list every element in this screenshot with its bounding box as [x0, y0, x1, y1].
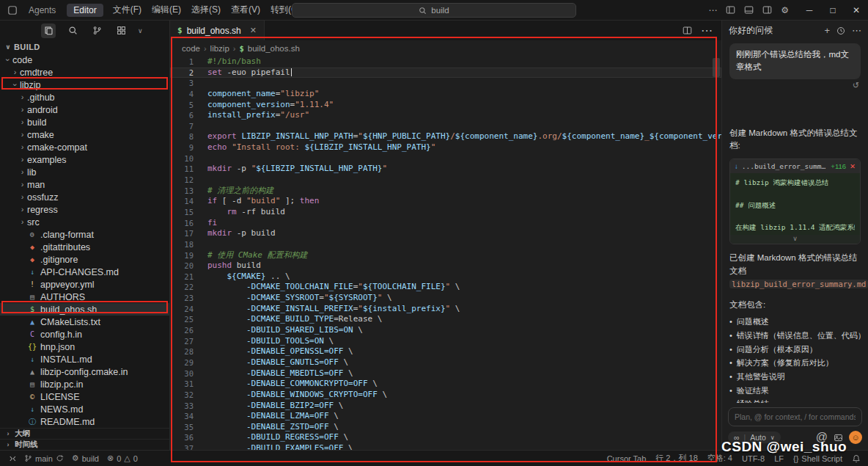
code-line-14[interactable]: 14if [ -d "build" ]; then	[170, 196, 721, 207]
new-chat-icon[interactable]: +	[824, 25, 830, 36]
cursor-tab-status[interactable]: Cursor Tab	[607, 454, 647, 463]
tree-item-android[interactable]: ›android	[0, 103, 169, 116]
code-line-21[interactable]: 21 ${CMAKE} .. \	[170, 272, 721, 283]
code-line-4[interactable]: 4component_name="libzip"	[170, 89, 721, 100]
eol-status[interactable]: LF	[774, 454, 784, 463]
tree-item-AUTHORS[interactable]: ▤AUTHORS	[0, 291, 169, 303]
explorer-files-icon[interactable]	[41, 23, 56, 38]
layout-panel-icon[interactable]	[744, 5, 754, 15]
code-line-26[interactable]: 26 -DBUILD_SHARED_LIBS=ON \	[170, 325, 721, 336]
code-line-24[interactable]: 24 -DCMAKE_INSTALL_PREFIX="${install_pre…	[170, 304, 721, 315]
code-line-28[interactable]: 28 -DENABLE_OPENSSL=OFF \	[170, 346, 721, 357]
encoding-status[interactable]: UTF-8	[742, 454, 765, 463]
tree-item-.github[interactable]: ›.github	[0, 91, 169, 103]
tree-item-man[interactable]: ›man	[0, 178, 169, 191]
tree-item-INSTALL.md[interactable]: ↓INSTALL.md	[0, 353, 169, 365]
user-avatar[interactable]: ☺	[849, 431, 862, 444]
tree-item-cmdtree[interactable]: ›cmdtree	[0, 66, 169, 79]
tree-item-lib[interactable]: ›lib	[0, 166, 169, 178]
code-line-27[interactable]: 27 -DBUILD_TOOLS=ON \	[170, 336, 721, 347]
problems-status[interactable]: ⊗ 0 △ 0	[107, 454, 138, 463]
tree-item-code[interactable]: ›code	[0, 54, 169, 66]
chat-input-field[interactable]	[735, 412, 856, 421]
result-filename-chip[interactable]: libzip_build_error_summary.md	[729, 280, 868, 288]
sidebar-section-大纲[interactable]: ›大纲	[0, 428, 169, 439]
layout-secondary-sidebar-icon[interactable]	[762, 5, 772, 15]
explorer-section-header[interactable]: ∨ BUILD	[0, 40, 169, 54]
file-card-close-icon[interactable]: ✕	[850, 162, 856, 170]
tree-item-.clang-format[interactable]: ⚙.clang-format	[0, 228, 169, 241]
tree-item-libzip-config.cmake.in[interactable]: ▲libzip-config.cmake.in	[0, 365, 169, 378]
tree-item-src[interactable]: ›src	[0, 216, 169, 228]
layout-sidebar-icon[interactable]	[726, 5, 735, 15]
breadcrumb-item-code[interactable]: code	[182, 44, 200, 53]
tree-item-API-CHANGES.md[interactable]: ↓API-CHANGES.md	[0, 266, 169, 278]
tree-item-config.h.in[interactable]: Cconfig.h.in	[0, 328, 169, 341]
file-card-expand-chevron-icon[interactable]: ∨	[730, 235, 860, 244]
code-line-36[interactable]: 36 -DBUILD_REGRESS=OFF \	[170, 432, 721, 443]
code-line-12[interactable]: 12	[170, 175, 721, 186]
history-clock-icon[interactable]	[836, 26, 845, 35]
code-line-34[interactable]: 34 -DENABLE_LZMA=OFF \	[170, 411, 721, 422]
window-minimize-button[interactable]: ─	[798, 0, 821, 21]
code-line-32[interactable]: 32 -DENABLE_WINDOWS_CRYPTO=OFF \	[170, 390, 721, 401]
tab-build-ohos-sh[interactable]: $ build_ohos.sh ✕	[170, 21, 265, 40]
editor-scrollbar[interactable]	[713, 58, 720, 77]
git-branch-status[interactable]: main	[24, 454, 64, 463]
tree-item-build[interactable]: ›build	[0, 116, 169, 128]
tree-item-.gitattributes[interactable]: ◆.gitattributes	[0, 241, 169, 253]
source-control-icon[interactable]	[89, 23, 104, 38]
split-editor-icon[interactable]	[683, 26, 692, 35]
code-line-33[interactable]: 33 -DENABLE_BZIP2=OFF \	[170, 401, 721, 412]
code-line-19[interactable]: 19# 使用 CMake 配置和构建	[170, 250, 721, 261]
code-line-25[interactable]: 25 -DCMAKE_BUILD_TYPE=Release \	[170, 314, 721, 325]
tree-item-libzip.pc.in[interactable]: ▤libzip.pc.in	[0, 378, 169, 390]
code-line-17[interactable]: 17mkdir -p build	[170, 228, 721, 239]
remote-indicator-icon[interactable]	[7, 454, 16, 463]
code-line-13[interactable]: 13# 清理之前的构建	[170, 186, 721, 197]
code-line-7[interactable]: 7	[170, 121, 721, 132]
tree-item-.gitignore[interactable]: ◆.gitignore	[0, 253, 169, 266]
menu-V[interactable]: 查看(V)	[226, 2, 265, 18]
code-line-5[interactable]: 5component_version="1.11.4"	[170, 100, 721, 111]
chat-more-icon[interactable]: ⋯	[852, 25, 861, 36]
build-task-button[interactable]: ⚙ build	[72, 454, 99, 463]
code-line-8[interactable]: 8export LIBZIP_INSTALL_HNP_PATH="${HNP_P…	[170, 131, 721, 142]
menu-F[interactable]: 文件(F)	[108, 2, 147, 18]
code-line-23[interactable]: 23 -DCMAKE_SYSROOT="${SYSROOT}" \	[170, 293, 721, 304]
notifications-bell-icon[interactable]	[852, 454, 861, 463]
settings-gear-icon[interactable]: ⚙	[781, 5, 789, 15]
tree-item-examples[interactable]: ›examples	[0, 153, 169, 166]
code-line-22[interactable]: 22 -DCMAKE_TOOLCHAIN_FILE="${TOOLCHAIN_F…	[170, 282, 721, 293]
menu-S[interactable]: 选择(S)	[186, 2, 226, 18]
code-line-9[interactable]: 9echo "Install root: ${LIBZIP_INSTALL_HN…	[170, 142, 721, 153]
code-line-30[interactable]: 30 -DENABLE_MBEDTLS=OFF \	[170, 368, 721, 379]
code-line-31[interactable]: 31 -DENABLE_COMMONCRYPTO=OFF \	[170, 379, 721, 390]
tree-item-regress[interactable]: ›regress	[0, 203, 169, 216]
mode-tab-editor[interactable]: Editor	[67, 4, 103, 17]
message-retry-icon[interactable]: ↺	[729, 81, 861, 90]
mode-tab-agents[interactable]: Agents	[22, 4, 62, 17]
chat-input-box[interactable]	[728, 407, 862, 426]
code-line-16[interactable]: 16fi	[170, 218, 721, 229]
code-line-3[interactable]: 3	[170, 78, 721, 89]
code-editor[interactable]: 1#!/bin/bash2set -euo pipefail34componen…	[170, 57, 721, 450]
code-line-29[interactable]: 29 -DENABLE_GNUTLS=OFF \	[170, 357, 721, 368]
tree-item-NEWS.md[interactable]: ↓NEWS.md	[0, 403, 169, 415]
breadcrumb-item-build_ohos.sh[interactable]: build_ohos.sh	[248, 44, 300, 53]
code-line-6[interactable]: 6install_prefix="/usr"	[170, 110, 721, 121]
sidebar-search-icon[interactable]	[65, 23, 80, 38]
code-line-11[interactable]: 11mkdir -p "${LIBZIP_INSTALL_HNP_PATH}"	[170, 164, 721, 175]
language-mode-status[interactable]: {} Shell Script	[793, 454, 842, 463]
menu-E[interactable]: 编辑(E)	[147, 2, 186, 18]
code-line-37[interactable]: 37 -DBUILD_EXAMPLES=OFF \	[170, 443, 721, 450]
file-change-card[interactable]: ↓ ...build_error_summary.md +116 ✕ # lib…	[729, 159, 861, 244]
titlebar-more-icon[interactable]: ⋯	[708, 5, 717, 15]
window-maximize-button[interactable]: □	[821, 0, 845, 21]
code-line-35[interactable]: 35 -DENABLE_ZSTD=OFF \	[170, 422, 721, 433]
tree-item-appveyor.yml[interactable]: !appveyor.yml	[0, 278, 169, 291]
cursor-position-status[interactable]: 行 2，列 18	[655, 453, 697, 464]
tree-item-cmake[interactable]: ›cmake	[0, 128, 169, 141]
code-line-2[interactable]: 2set -euo pipefail	[170, 68, 721, 79]
window-close-button[interactable]: ✕	[845, 0, 868, 21]
